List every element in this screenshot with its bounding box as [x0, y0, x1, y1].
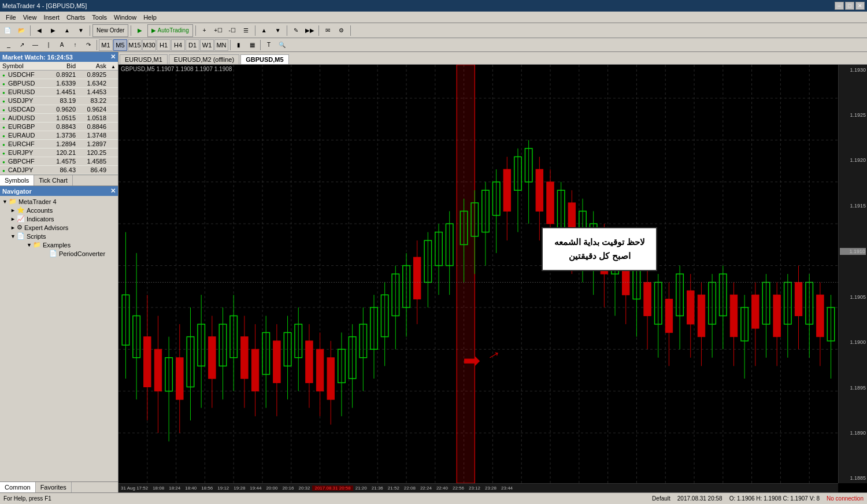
period-MN[interactable]: MN [214, 39, 228, 51]
market-watch-row[interactable]: ● USDCAD 0.9620 0.9624 [0, 105, 118, 114]
market-watch-row[interactable]: ● EURCHF 1.2894 1.2897 [0, 140, 118, 149]
period-W1[interactable]: W1 [200, 39, 214, 51]
tmpl-btn[interactable]: T [262, 39, 275, 51]
zoom-in-btn[interactable]: +☐ [212, 24, 225, 37]
up-btn[interactable]: ▲ [61, 24, 73, 37]
tab-symbols[interactable]: Symbols [0, 175, 34, 186]
svg-rect-151 [752, 295, 759, 328]
market-watch-row[interactable]: ● EURAUD 1.3736 1.3748 [0, 131, 118, 140]
chart-tab-eurusd-m1[interactable]: EURUSD,M1 [120, 54, 168, 64]
period-M30[interactable]: M30 [142, 39, 156, 51]
navigator-tree: ▼ 📁 MetaTrader 4 ► ⭐ Accounts ► 📈 Indica… [0, 196, 118, 481]
nav-children-scripts: ▼ 📁 Examples 📄 PeriodConverter [9, 240, 117, 258]
market-watch-row[interactable]: ● USDCHF 0.8921 0.8925 [0, 71, 118, 79]
properties-btn[interactable]: ☰ [240, 24, 253, 37]
autotrading-btn[interactable]: ▶ AutoTrading [147, 24, 192, 37]
svg-rect-41 [154, 349, 161, 391]
arrow-tool[interactable]: ↑ [69, 39, 81, 51]
chart-canvas: GBPUSD,M5 1.1907 1.1908 1.1907 1.1908 [118, 65, 867, 492]
mw-close-icon[interactable]: ✕ [110, 53, 116, 61]
market-watch-row[interactable]: ● GBPUSD 1.6339 1.6342 [0, 79, 118, 88]
navigator-panel: Navigator ✕ ▼ 📁 MetaTrader 4 ► ⭐ Account… [0, 186, 118, 492]
close-button[interactable]: ✕ [855, 2, 865, 10]
svg-rect-131 [644, 282, 651, 316]
market-watch-row[interactable]: ● CADJPY 86.43 86.49 [0, 166, 118, 175]
time-label-17: 22:24 [418, 486, 434, 491]
nav-item-metatrader4[interactable]: ▼ 📁 MetaTrader 4 [1, 197, 117, 206]
nav-item-period-converter[interactable]: 📄 PeriodConverter [42, 249, 117, 258]
chart-tab-eurusd-m2[interactable]: EURUSD,M2 (offline) [169, 54, 239, 64]
menu-window[interactable]: Window [110, 13, 140, 22]
nav-item-indicators[interactable]: ► 📈 Indicators [9, 214, 117, 223]
ray-tool[interactable]: ↗ [16, 39, 28, 51]
period-M5[interactable]: M5 [113, 39, 127, 51]
tab-tick-chart[interactable]: Tick Chart [34, 175, 73, 186]
period-D1[interactable]: D1 [186, 39, 199, 51]
menu-insert[interactable]: Insert [40, 13, 63, 22]
symbol-name: AUDUSD [8, 114, 35, 121]
nav-label-examples: Examples [43, 242, 71, 249]
nav-item-expert-advisors[interactable]: ► ⚙ Expert Advisors [9, 223, 117, 232]
bid-price: 1.2894 [47, 140, 78, 149]
ea-btn[interactable]: ✎ [290, 24, 302, 37]
new-order-btn[interactable]: New Order [92, 24, 128, 37]
new-btn[interactable]: 📄 [1, 24, 14, 37]
indicator2-btn[interactable]: ▼ [272, 24, 284, 37]
chart-tab-gbpusd-m5[interactable]: GBPUSD,M5 [240, 54, 288, 64]
settings-btn[interactable]: ⚙ [335, 24, 348, 37]
search-btn2[interactable]: 🔍 [276, 39, 288, 51]
nav-item-accounts[interactable]: ► ⭐ Accounts [9, 206, 117, 214]
fwd-btn[interactable]: ▶ [47, 24, 60, 37]
market-watch-row[interactable]: ● GBPCHF 1.4575 1.4585 [0, 157, 118, 166]
nav-item-examples[interactable]: ▼ 📁 Examples [25, 240, 117, 249]
chart-type-btn[interactable]: ▮ [232, 39, 245, 51]
market-watch-row[interactable]: ● AUDUSD 1.0515 1.0518 [0, 114, 118, 123]
menu-help[interactable]: Help [140, 13, 160, 22]
market-watch-row[interactable]: ● USDJPY 83.19 83.22 [0, 97, 118, 105]
symbol-name: EURAUD [8, 132, 35, 139]
svg-rect-33 [457, 65, 475, 483]
menu-charts[interactable]: Charts [63, 13, 88, 22]
cursor-tool[interactable]: ↷ [82, 39, 95, 51]
separator7 [318, 25, 319, 36]
navigator-title: Navigator [2, 188, 32, 195]
navigator-tabs: Common Favorites [0, 481, 118, 492]
crosshair-btn[interactable]: + [198, 24, 211, 37]
period-H1[interactable]: H1 [157, 39, 171, 51]
period-M15[interactable]: M15 [128, 39, 142, 51]
text-tool[interactable]: A [55, 39, 68, 51]
menu-view[interactable]: View [20, 13, 40, 22]
bid-price: 0.8843 [47, 123, 78, 131]
separator-t2 [230, 40, 231, 50]
refresh-btn[interactable]: ▶ [134, 24, 146, 37]
open-btn[interactable]: 📂 [15, 24, 28, 37]
mail-btn[interactable]: ✉ [321, 24, 334, 37]
grid-btn[interactable]: ▦ [246, 39, 258, 51]
indicator1-btn[interactable]: ▲ [258, 24, 271, 37]
vline-tool[interactable]: | [42, 39, 55, 51]
period-H4[interactable]: H4 [171, 39, 185, 51]
menu-tools[interactable]: Tools [88, 13, 110, 22]
nav-item-scripts[interactable]: ▼ 📄 Scripts [9, 232, 117, 240]
line-tool[interactable]: ⎯ [2, 39, 15, 51]
back-btn[interactable]: ◀ [33, 24, 46, 37]
market-watch-row[interactable]: ● EURUSD 1.4451 1.4453 [0, 88, 118, 97]
tab-common[interactable]: Common [0, 482, 36, 492]
minimize-button[interactable]: – [835, 2, 844, 10]
hline-tool[interactable]: — [29, 39, 42, 51]
market-watch-row[interactable]: ● EURJPY 120.21 120.25 [0, 149, 118, 157]
title-text: MetaTrader 4 - [GBPUSD,M5] [2, 2, 87, 9]
time-label-3: 18:24 [166, 486, 183, 491]
svg-rect-57 [241, 337, 248, 379]
menu-file[interactable]: File [2, 13, 20, 22]
navigator-close-icon[interactable]: ✕ [110, 187, 116, 195]
time-label-4: 18:40 [183, 486, 199, 491]
maximize-button[interactable]: □ [845, 2, 854, 10]
tab-favorites[interactable]: Favorites [36, 482, 72, 492]
zoom-out-btn[interactable]: -☐ [226, 24, 239, 37]
svg-rect-89 [413, 257, 420, 299]
market-watch-row[interactable]: ● EURGBP 0.8843 0.8846 [0, 123, 118, 131]
period-M1[interactable]: M1 [99, 39, 113, 51]
dn-btn[interactable]: ▼ [75, 24, 87, 37]
ea2-btn[interactable]: ▶▶ [303, 24, 316, 37]
